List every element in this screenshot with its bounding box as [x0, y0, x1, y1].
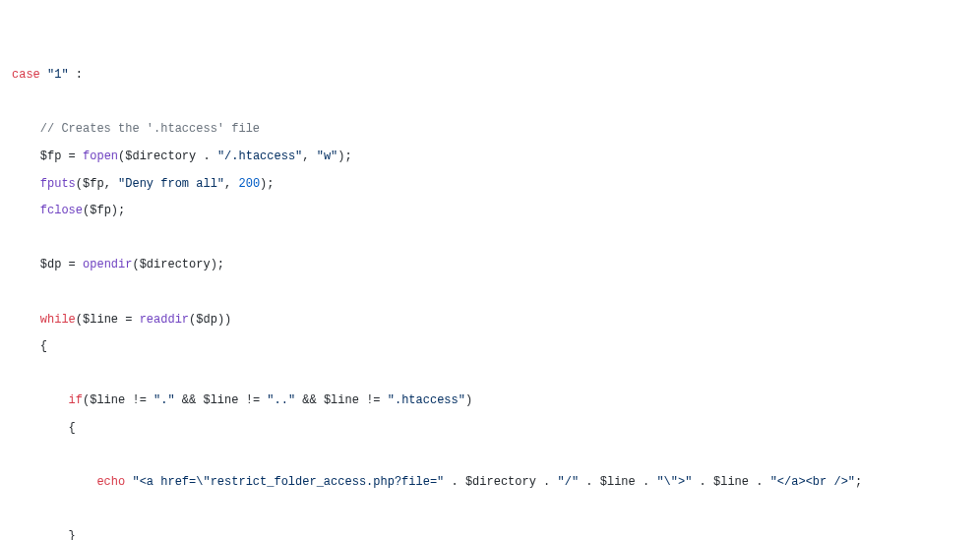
string-slash: "/" [558, 475, 580, 489]
concat: . [579, 475, 600, 489]
neq: != [359, 393, 388, 407]
equals: = [61, 150, 83, 163]
stmt-end: ; [855, 475, 862, 489]
paren-open: ( [132, 258, 139, 271]
concat: . [444, 475, 465, 489]
comma: , [302, 150, 316, 163]
keyword-if: if [69, 393, 83, 407]
variable-line: $line [90, 393, 125, 407]
stmt-end: ); [111, 204, 125, 217]
keyword-echo: echo [96, 475, 125, 489]
neq: != [125, 393, 153, 407]
string-dot: "." [153, 393, 175, 407]
string-mode: "w" [317, 150, 338, 163]
string-dotdot: ".." [267, 393, 295, 407]
keyword-while: while [40, 313, 76, 327]
string-literal: "1" [47, 68, 69, 82]
paren-open: ( [76, 313, 83, 327]
fn-opendir: opendir [83, 258, 132, 271]
variable-line: $line [324, 393, 359, 407]
concat: . [692, 475, 713, 489]
variable-line: $line [713, 475, 749, 489]
string-deny: "Deny from all" [118, 177, 224, 191]
variable-dp: $dp [196, 313, 217, 327]
fn-readdir: readdir [140, 313, 189, 327]
brace-close: } [69, 529, 76, 540]
concat: . [749, 475, 770, 489]
paren-open: ( [76, 177, 83, 191]
number-200: 200 [238, 177, 260, 191]
fn-fopen: fopen [83, 150, 118, 163]
string-href: "<a href=\"restrict_folder_access.php?fi… [132, 475, 444, 489]
paren-close: ) [465, 393, 472, 407]
fn-fputs: fputs [40, 177, 76, 191]
comma: , [104, 177, 118, 191]
variable-directory: $directory [465, 475, 536, 489]
variable-line: $line [83, 313, 118, 327]
variable-fp: $fp [90, 204, 111, 217]
string-htaccess: ".htaccess" [388, 393, 465, 407]
variable-fp: $fp [83, 177, 104, 191]
stmt-end: ); [337, 150, 351, 163]
paren-close: )) [217, 313, 231, 327]
colon: : [69, 68, 83, 82]
concat: . [536, 475, 558, 489]
fn-fclose: fclose [40, 204, 83, 217]
comment: // Creates the '.htaccess' file [40, 122, 260, 136]
equals: = [61, 258, 83, 271]
and: && [295, 393, 324, 407]
concat: . [636, 475, 657, 489]
keyword-case: case [12, 68, 40, 82]
concat: . [196, 150, 217, 163]
variable-line: $line [203, 393, 238, 407]
brace-open: { [40, 339, 47, 353]
brace-open: { [69, 421, 76, 435]
neq: != [238, 393, 267, 407]
equals: = [118, 313, 140, 327]
and: && [175, 393, 204, 407]
variable-dp: $dp [40, 258, 62, 271]
stmt-end: ); [211, 258, 224, 271]
variable-fp: $fp [40, 150, 62, 163]
variable-line: $line [600, 475, 636, 489]
string-htaccess: "/.htaccess" [217, 150, 302, 163]
stmt-end: ); [260, 177, 274, 191]
space [40, 68, 47, 82]
variable-directory: $directory [140, 258, 211, 271]
string-close-attr: "\">" [656, 475, 692, 489]
variable-directory: $directory [125, 150, 196, 163]
code-block: case "1" : // Creates the '.htaccess' fi… [12, 62, 968, 540]
string-close-tag: "</a><br />" [770, 475, 855, 489]
comma: , [224, 177, 238, 191]
